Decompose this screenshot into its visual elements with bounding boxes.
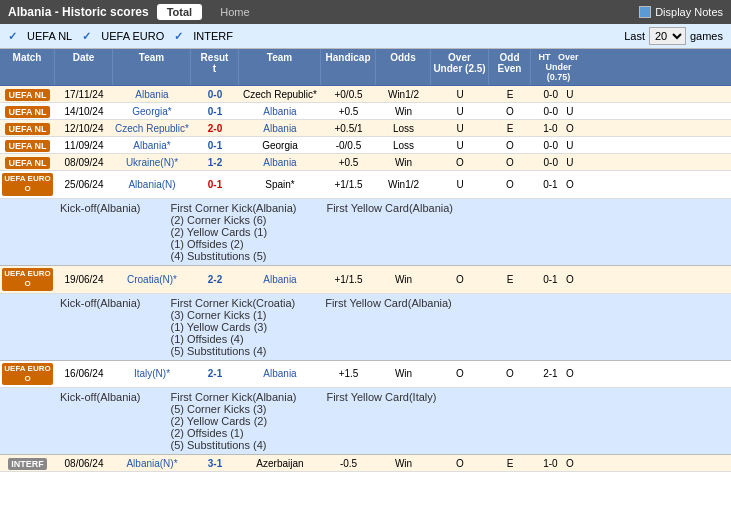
ht-ou-cell: 1-0 O [531, 121, 586, 136]
team2-cell[interactable]: Albania [239, 366, 321, 381]
score-cell[interactable]: 2-1 [191, 366, 239, 381]
col-over-under: Over Under (2.5) [431, 49, 489, 85]
handicap-cell: -0.5 [321, 456, 376, 471]
team1-cell[interactable]: Italy(N)* [113, 366, 191, 381]
check-interf: ✓ [174, 30, 183, 43]
team1-cell[interactable]: Albania(N) [113, 177, 191, 192]
league-badge: UEFA NL [5, 140, 49, 152]
table-row: UEFA NL 14/10/24 Georgia* 0-1 Albania +0… [0, 103, 731, 120]
handicap-cell: -0/0.5 [321, 138, 376, 153]
sub-header: ✓ UEFA NL ✓ UEFA EURO ✓ INTERF Last 20 1… [0, 24, 731, 49]
league-badge: UEFA NL [5, 157, 49, 169]
score-cell[interactable]: 0-1 [191, 138, 239, 153]
team1-cell[interactable]: Albania [113, 87, 191, 102]
table-row: UEFA EUROO 25/06/24 Albania(N) 0-1 Spain… [0, 171, 731, 199]
note-kickoff: Kick-off(Albania) [60, 391, 141, 451]
odds-cell: Win [376, 104, 431, 119]
tab-total[interactable]: Total [157, 4, 202, 20]
table-row: UEFA EUROO 16/06/24 Italy(N)* 2-1 Albani… [0, 361, 731, 389]
score-cell[interactable]: 3-1 [191, 456, 239, 471]
over-under-cell: U [431, 87, 489, 102]
team2-cell[interactable]: Georgia [239, 138, 321, 153]
table-body: UEFA NL 17/11/24 Albania 0-0 Czech Repub… [0, 86, 731, 472]
score-cell[interactable]: 0-1 [191, 177, 239, 192]
date-cell: 25/06/24 [55, 177, 113, 192]
odds-cell: Win1/2 [376, 177, 431, 192]
league-badge: INTERF [8, 458, 47, 470]
date-cell: 08/09/24 [55, 155, 113, 170]
date-cell: 17/11/24 [55, 87, 113, 102]
note-yellow: First Yellow Card(Italy) [326, 391, 436, 451]
badge-cell: UEFA NL [0, 86, 55, 102]
team2-cell[interactable]: Czech Republic* [239, 87, 321, 102]
note-yellow: First Yellow Card(Albania) [325, 297, 452, 357]
score-cell[interactable]: 2-0 [191, 121, 239, 136]
badge-cell: UEFA NL [0, 137, 55, 153]
table-row: UEFA NL 11/09/24 Albania* 0-1 Georgia -0… [0, 137, 731, 154]
team1-cell[interactable]: Georgia* [113, 104, 191, 119]
app-container: Albania - Historic scores Total Home Dis… [0, 0, 731, 472]
odd-even-cell: O [489, 177, 531, 192]
notes-row: Kick-off(Albania) First Corner Kick(Croa… [0, 294, 731, 361]
col-odds: Odds [376, 49, 431, 85]
badge-cell: UEFA EUROO [0, 266, 55, 293]
handicap-cell: +0.5 [321, 104, 376, 119]
team2-cell[interactable]: Albania [239, 155, 321, 170]
note-yellow: First Yellow Card(Albania) [326, 202, 453, 262]
score-cell[interactable]: 2-2 [191, 272, 239, 287]
table-row: UEFA NL 12/10/24 Czech Republic* 2-0 Alb… [0, 120, 731, 137]
ht-ou-cell: 0-0 U [531, 104, 586, 119]
note-kickoff: Kick-off(Albania) [60, 202, 141, 262]
ht-ou-cell: 0-0 U [531, 87, 586, 102]
header-title: Albania - Historic scores [8, 5, 149, 19]
team1-cell[interactable]: Albania(N)* [113, 456, 191, 471]
team2-cell[interactable]: Albania [239, 121, 321, 136]
odd-even-cell: E [489, 121, 531, 136]
interf-label: INTERF [193, 30, 233, 42]
league-badge: UEFA NL [5, 106, 49, 118]
team2-cell[interactable]: Albania [239, 104, 321, 119]
team2-cell[interactable]: Azerbaijan [239, 456, 321, 471]
over-under-cell: U [431, 121, 489, 136]
note-corner: First Corner Kick(Albania) (5) Corner Ki… [171, 391, 297, 451]
badge-cell: UEFA EUROO [0, 171, 55, 198]
badge-cell: UEFA EUROO [0, 361, 55, 388]
odds-cell: Win [376, 456, 431, 471]
ht-ou-cell: 1-0 O [531, 456, 586, 471]
odds-cell: Win1/2 [376, 87, 431, 102]
notes-content: Kick-off(Albania) First Corner Kick(Croa… [60, 297, 725, 357]
column-headers: Match Date Team Resutt Team Handicap Odd… [0, 49, 731, 86]
last-label: Last [624, 30, 645, 42]
score-cell[interactable]: 0-0 [191, 87, 239, 102]
team2-cell[interactable]: Spain* [239, 177, 321, 192]
team1-cell[interactable]: Croatia(N)* [113, 272, 191, 287]
over-under-cell: O [431, 366, 489, 381]
handicap-cell: +0.5/1 [321, 121, 376, 136]
uefa-euro-label: UEFA EURO [101, 30, 164, 42]
odd-even-cell: O [489, 138, 531, 153]
note-kickoff: Kick-off(Albania) [60, 297, 141, 357]
checkbox-icon[interactable] [639, 6, 651, 18]
team1-cell[interactable]: Ukraine(N)* [113, 155, 191, 170]
date-cell: 12/10/24 [55, 121, 113, 136]
check-uefa-nl: ✓ [8, 30, 17, 43]
col-handicap: Handicap [321, 49, 376, 85]
table-row: UEFA NL 17/11/24 Albania 0-0 Czech Repub… [0, 86, 731, 103]
score-cell[interactable]: 1-2 [191, 155, 239, 170]
over-under-cell: U [431, 104, 489, 119]
over-under-cell: U [431, 177, 489, 192]
note-corner: First Corner Kick(Albania) (2) Corner Ki… [171, 202, 297, 262]
ht-ou-cell: 0-0 U [531, 138, 586, 153]
odds-cell: Loss [376, 138, 431, 153]
team2-cell[interactable]: Albania [239, 272, 321, 287]
team1-cell[interactable]: Czech Republic* [113, 121, 191, 136]
check-uefa-euro: ✓ [82, 30, 91, 43]
date-cell: 08/06/24 [55, 456, 113, 471]
last-select[interactable]: 20 10 30 [649, 27, 686, 45]
score-cell[interactable]: 0-1 [191, 104, 239, 119]
games-label: games [690, 30, 723, 42]
team1-cell[interactable]: Albania* [113, 138, 191, 153]
ht-ou-cell: 0-1 O [531, 177, 586, 192]
tab-home[interactable]: Home [210, 4, 259, 20]
table-row: INTERF 08/06/24 Albania(N)* 3-1 Azerbaij… [0, 455, 731, 472]
